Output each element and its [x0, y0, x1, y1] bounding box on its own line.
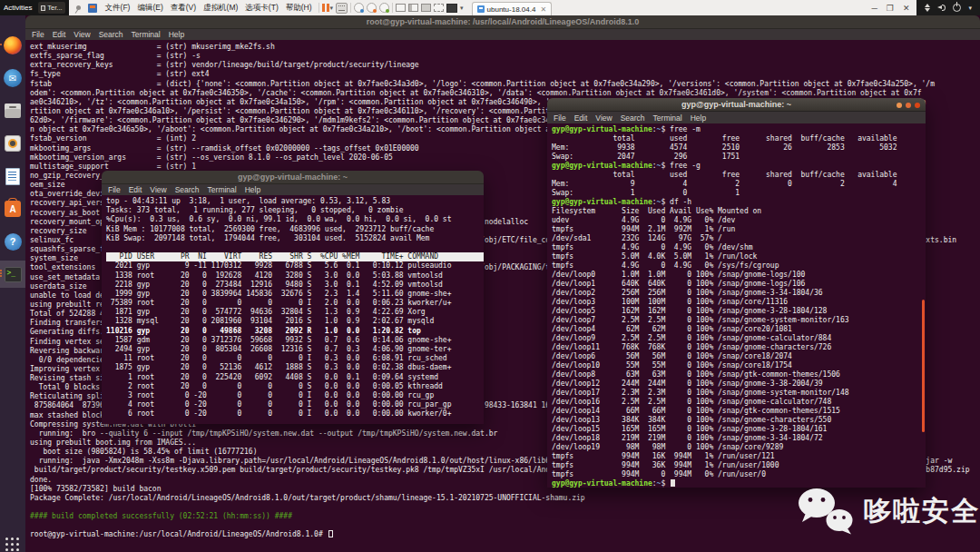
terminal-line: total used free shared buff/cache availa…: [552, 134, 926, 143]
terminal-line: gyp@gyp-virtual-machine:~$ free -g: [552, 162, 926, 171]
pin-icon[interactable]: [73, 3, 84, 14]
vmware-menu-1[interactable]: 编辑(E): [133, 3, 166, 14]
process-row: 2021 gyp 9 -11 1170312 9928 6788 S 5.6 0…: [106, 261, 484, 271]
unity-view-icon[interactable]: [446, 4, 457, 13]
main-terminal-titlebar[interactable]: root@gyp-virtual-machine: /usr/local/And…: [25, 15, 980, 29]
menu-search[interactable]: Search: [99, 30, 123, 39]
menu-edit[interactable]: Edit: [574, 113, 588, 123]
vmware-menu-4[interactable]: 选项卡(T): [241, 3, 281, 14]
chevron-down-icon[interactable]: ▾: [460, 5, 464, 11]
process-row: 2218 gyp 20 0 273484 12916 9480 S 3.0 0.…: [106, 281, 484, 290]
terminal-icon: >_: [5, 267, 22, 282]
process-row: 1875 gyp 20 0 52136 4612 1888 S 0.3 0.0 …: [106, 363, 484, 372]
console-view-icon[interactable]: [421, 4, 431, 12]
free-terminal-body[interactable]: gyp@gyp-virtual-machine:~$ free -m total…: [547, 123, 926, 488]
terminal-line: /dev/loop18 219M 219M 0 100% /snap/gnome…: [552, 434, 926, 443]
top-terminal-body[interactable]: top - 04:43:11 up 3:18, 1 user, load ave…: [102, 195, 484, 424]
terminal-line: /dev/loop15 165M 165M 0 100% /snap/gnome…: [552, 425, 926, 434]
terminal-line: /dev/loop5 162M 162M 0 100% /snap/gnome-…: [552, 307, 926, 316]
free-terminal-titlebar[interactable]: gyp@gyp-virtual-machine: ~: [547, 98, 926, 112]
dock-terminal[interactable]: >_: [3, 264, 23, 284]
menu-view[interactable]: View: [595, 113, 612, 123]
vmware-toolbar: 文件(F)编辑(E)查看(V)虚拟机(M)选项卡(T)帮助(H) ▾ ▾ ubu…: [69, 0, 865, 15]
terminal-line: Swap: 2047 296 1751: [552, 153, 926, 162]
volume-icon[interactable]: [937, 4, 946, 12]
terminal-line: gyp@gyp-virtual-machine:~$ free -m: [552, 125, 926, 134]
menu-file[interactable]: File: [32, 30, 44, 39]
top-bar: Activities Ter... 文件(F)编辑(E)查看(V)虚拟机(M)选…: [0, 0, 980, 15]
window-icon: [41, 5, 46, 11]
titlebar-buttons[interactable]: [897, 103, 920, 108]
snapshot-take-icon[interactable]: [354, 3, 364, 13]
terminal-line: tmpfs 994M 2.1M 992M 1% /run: [552, 225, 926, 234]
menu-file[interactable]: File: [554, 113, 566, 123]
menu-help[interactable]: Help: [691, 113, 706, 123]
menu-file[interactable]: File: [108, 185, 121, 194]
libreoffice-writer-icon: [5, 168, 20, 185]
process-row: 6 root 0 -20 0 0 0 I 0.0 0.0 0:00.00 kwo…: [106, 409, 484, 419]
minimize-button[interactable]: ─: [871, 4, 877, 13]
chevron-down-icon[interactable]: ▾: [968, 5, 972, 12]
activities-button[interactable]: Activities: [4, 4, 34, 12]
terminal-line: /dev/loop7 2.5M 2.5M 0 100% /snap/gnome-…: [552, 316, 926, 325]
menu-search[interactable]: Search: [175, 185, 200, 194]
menu-help[interactable]: Help: [245, 185, 260, 194]
scrollbar[interactable]: [922, 300, 925, 432]
process-row: 1 root 20 0 225420 6092 4408 S 0.0 0.1 0…: [106, 373, 484, 382]
dock-thunderbird[interactable]: ✉: [3, 68, 23, 88]
chevron-down-icon[interactable]: ▾: [330, 5, 334, 11]
maximize-button[interactable]: ❐: [887, 4, 894, 13]
show-thumbnails-icon[interactable]: [408, 4, 418, 12]
power-icon[interactable]: [953, 4, 961, 12]
close-icon[interactable]: ✕: [538, 5, 546, 14]
dock-files[interactable]: [3, 101, 23, 121]
power-pause-button[interactable]: ▾: [322, 4, 334, 12]
menu-terminal[interactable]: Terminal: [132, 30, 161, 39]
dock-show-apps[interactable]: [3, 535, 23, 552]
taskbar-terminal-button[interactable]: Ter...: [38, 2, 65, 14]
dock-libreoffice-writer[interactable]: [3, 166, 23, 186]
snapshot-manager-icon[interactable]: [379, 3, 389, 13]
menu-view[interactable]: View: [74, 30, 90, 39]
show-apps-icon: [5, 537, 20, 552]
gnome-panel-left: Activities Ter...: [0, 0, 69, 15]
vmware-menu-5[interactable]: 帮助(H): [282, 3, 316, 14]
terminal-line: extfs_sparse_flag = (str) -s: [30, 52, 980, 61]
vmware-menu-0[interactable]: 文件(F): [102, 3, 134, 14]
top-summary-line: Tasks: 373 total, 1 running, 277 sleepin…: [106, 206, 484, 215]
close-button[interactable]: ✕: [903, 4, 910, 13]
vmware-menu-3[interactable]: 虚拟机(M): [200, 3, 241, 14]
menu-edit[interactable]: Edit: [53, 30, 66, 39]
terminal-line: /dev/loop12 244M 244M 0 100% /snap/gnome…: [552, 380, 926, 389]
ubuntu-software-icon: A: [5, 201, 21, 217]
menu-terminal[interactable]: Terminal: [208, 185, 237, 194]
fullscreen-icon[interactable]: [434, 4, 444, 12]
desktop: { "top_bar": { "activities_label": "Acti…: [0, 0, 980, 552]
terminal-line: /dev/loop3 100M 100M 0 100% /snap/core/1…: [552, 298, 926, 307]
show-library-icon[interactable]: [396, 4, 406, 12]
process-row: 3 root 0 -20 0 0 0 I 0.0 0.0 0:00.00 rcu…: [106, 391, 484, 400]
thunderbird-icon: ✉: [4, 69, 22, 87]
menu-search[interactable]: Search: [621, 113, 645, 123]
ctrl-alt-del-icon[interactable]: [336, 3, 348, 14]
terminal-line: fs_type = (str) ext4: [30, 70, 980, 79]
help-icon: ?: [5, 233, 22, 251]
menu-edit[interactable]: Edit: [129, 185, 142, 194]
menu-terminal[interactable]: Terminal: [653, 113, 682, 123]
top-summary-line: %Cpu(s): 0.3 us, 0.6 sy, 0.0 ni, 99.1 id…: [106, 215, 484, 224]
terminal-line: tmpfs 994M 16K 994M 1% /run/user/121: [552, 452, 926, 461]
menu-view[interactable]: View: [150, 185, 166, 194]
vmware-menu-2[interactable]: 查看(V): [167, 3, 200, 14]
network-icon[interactable]: [925, 4, 930, 12]
toolbar-divider: [392, 3, 393, 13]
top-terminal-title: gyp@gyp-virtual-machine: ~: [238, 172, 348, 182]
menu-help[interactable]: Help: [169, 30, 184, 39]
terminal-line: Filesystem Size Used Avail Use% Mounted …: [552, 207, 926, 216]
dock-firefox[interactable]: [3, 35, 23, 55]
dock-help[interactable]: ?: [3, 232, 23, 251]
dock-rhythmbox[interactable]: [3, 133, 23, 153]
dock-ubuntu-software[interactable]: A: [3, 199, 23, 219]
vm-tab-ubuntu[interactable]: ubuntu-18.04.4 ✕: [472, 2, 553, 15]
snapshot-revert-icon[interactable]: [367, 3, 377, 13]
top-terminal-titlebar[interactable]: gyp@gyp-virtual-machine: ~: [102, 171, 484, 184]
